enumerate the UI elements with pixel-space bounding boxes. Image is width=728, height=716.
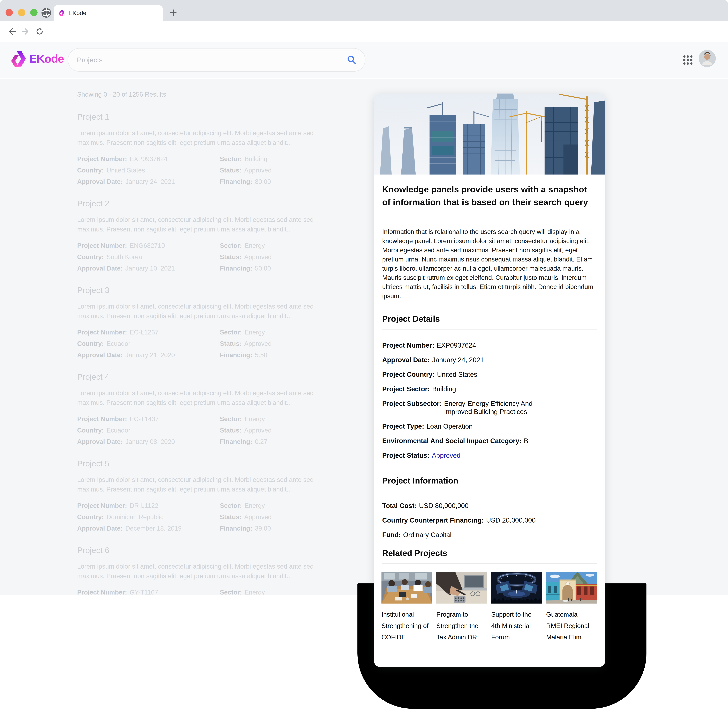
meta-value: DR-L1122 [130, 502, 158, 509]
window-controls [6, 9, 38, 16]
meta-label: Financing: [220, 178, 252, 185]
apps-grid-icon[interactable] [683, 55, 693, 66]
result-description: Lorem ipsum dolor sit amet, consectetur … [77, 215, 328, 234]
meta-value: 5.50 [255, 351, 267, 359]
window-minimize-button[interactable] [18, 9, 25, 16]
meta-label: Country: [77, 427, 104, 434]
meta-value: EC-L1267 [130, 329, 158, 336]
browser-window: EKode https [0, 0, 728, 716]
meta-value: Approved [244, 427, 272, 434]
page: EKode Projects [0, 42, 728, 716]
meta-label: Sector: [220, 242, 242, 249]
meta-label: Approval Date: [77, 525, 123, 532]
favicon-ekode-icon [59, 9, 65, 17]
meta-label: Financing: [220, 265, 252, 272]
related-project-card[interactable]: Guatemala - RMEI Regional Malaria Elim [546, 572, 597, 643]
meta-value: January 08, 2020 [126, 438, 175, 445]
status-link[interactable]: Approved [432, 452, 460, 459]
result-title: Project 1 [77, 112, 335, 121]
new-tab-button[interactable] [169, 8, 178, 17]
reload-icon[interactable] [34, 26, 45, 37]
result-item: Project 4 Lorem ipsum dolor sit amet, co… [77, 372, 335, 445]
result-description: Lorem ipsum dolor sit amet, consectetur … [77, 475, 328, 494]
detail-label: Project Sector: [382, 385, 430, 393]
result-description: Lorem ipsum dolor sit amet, consectetur … [77, 302, 328, 321]
meta-value: GY-T1167 [130, 589, 158, 595]
section-heading-project-information: Project Information [374, 476, 605, 485]
meta-value: United States [106, 167, 145, 174]
related-thumb-writing [436, 572, 487, 604]
meta-value: Energy [245, 415, 265, 423]
window-close-button[interactable] [6, 9, 13, 16]
related-caption: Support to the 4th Ministerial Forum [491, 609, 542, 643]
related-caption: Program to Strengthen the Tax Admin DR [436, 609, 487, 643]
result-item: Project 1 Lorem ipsum dolor sit amet, co… [77, 112, 335, 185]
browser-tab-ekode[interactable]: EKode [54, 5, 163, 21]
detail-label: Project Type: [382, 422, 424, 430]
panel-description: Information that is relational to the us… [374, 216, 605, 300]
related-project-card[interactable]: Program to Strengthen the Tax Admin DR [436, 572, 487, 643]
detail-value: January 24, 2021 [432, 356, 484, 364]
panel-title: Knowledge panels provide users with a sn… [374, 174, 605, 216]
result-title: Project 6 [77, 545, 335, 555]
meta-label: Status: [220, 253, 242, 261]
forward-icon[interactable] [20, 26, 31, 37]
meta-value: South Korea [106, 253, 142, 261]
meta-value: EC-T1437 [130, 415, 159, 423]
detail-label: Project Number: [382, 341, 434, 349]
globe-icon [41, 8, 51, 19]
meta-label: Approval Date: [77, 438, 123, 445]
meta-value: Approved [244, 513, 272, 521]
detail-label: Project Subsector: [382, 400, 442, 407]
tab-title: EKode [68, 10, 86, 17]
meta-label: Project Number: [77, 329, 127, 336]
info-value: Ordinary Capital [403, 531, 451, 539]
meta-label: Country: [77, 253, 104, 261]
browser-tab-strip: EKode [0, 0, 728, 21]
related-caption: Guatemala - RMEI Regional Malaria Elim [546, 609, 597, 643]
meta-label: Financing: [220, 525, 252, 532]
meta-value: Energy [245, 502, 265, 509]
related-thumb-meeting [381, 572, 432, 604]
meta-value: Energy [245, 589, 265, 595]
project-details-rows: Project Number:EXP0937624 Approval Date:… [374, 329, 605, 460]
meta-label: Approval Date: [77, 178, 123, 185]
search-placeholder: Projects [77, 56, 347, 64]
ekode-logo[interactable]: EKode [11, 48, 64, 70]
info-label: Country Counterpart Financing: [382, 516, 484, 524]
account-avatar[interactable] [699, 50, 716, 68]
detail-value: Energy-Energy Efficiency And Improved Bu… [444, 399, 543, 416]
result-title: Project 5 [77, 459, 335, 468]
detail-label: Project Country: [382, 371, 434, 378]
info-row: Country Counterpart Financing:USD 20,000… [382, 516, 597, 524]
related-caption: Institutional Strengthening of COFIDE [381, 609, 432, 643]
info-value: USD 80,000,000 [419, 502, 469, 510]
meta-value: Approved [244, 340, 272, 347]
window-zoom-button[interactable] [30, 9, 38, 16]
browser-toolbar: https://www.ekode.com [0, 21, 728, 42]
related-project-card[interactable]: Institutional Strengthening of COFIDE [381, 572, 432, 643]
meta-label: Country: [77, 513, 104, 521]
detail-row: Approval Date:January 24, 2021 [382, 356, 597, 364]
detail-row: Project Number:EXP0937624 [382, 341, 597, 349]
meta-value: Building [245, 155, 268, 162]
result-description: Lorem ipsum dolor sit amet, consectetur … [77, 388, 328, 408]
meta-value: Energy [245, 242, 265, 249]
info-row: Total Cost:USD 80,000,000 [382, 502, 597, 510]
back-icon[interactable] [6, 26, 17, 37]
meta-value: December 18, 2019 [126, 525, 182, 532]
detail-row: Project Subsector:Energy-Energy Efficien… [382, 399, 597, 416]
meta-value: Energy [245, 329, 265, 336]
meta-label: Sector: [220, 502, 242, 509]
meta-label: Sector: [220, 155, 242, 162]
meta-value: January 10, 2021 [126, 265, 175, 272]
meta-value: 50.00 [255, 265, 271, 272]
search-icon[interactable] [347, 55, 356, 65]
related-project-card[interactable]: Support to the 4th Ministerial Forum [491, 572, 542, 643]
info-label: Total Cost: [382, 502, 417, 510]
detail-row: Project Sector:Building [382, 385, 597, 393]
meta-value: 80.00 [255, 178, 271, 185]
meta-value: January 21, 2020 [126, 351, 175, 359]
search-input[interactable]: Projects [68, 48, 365, 72]
detail-label: Approval Date: [382, 356, 430, 364]
